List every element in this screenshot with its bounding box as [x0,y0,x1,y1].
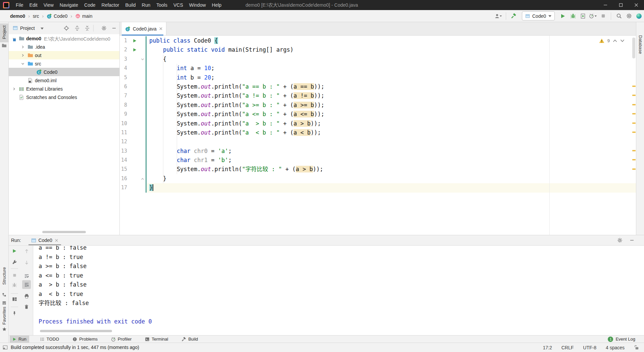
warning-stripe-mark[interactable] [632,168,636,170]
caret-position[interactable]: 17:2 [543,345,552,350]
code-line-14[interactable]: char chr1 = 'b'; [147,156,636,165]
print-icon[interactable] [23,293,30,299]
menu-file[interactable]: File [13,0,26,10]
event-log-button[interactable]: 1 Event Log [608,336,635,343]
line-ending[interactable]: CRLF [561,345,574,350]
stripe-tab-favorites[interactable]: Favorites [0,307,8,324]
down-stack-trace-icon[interactable] [23,259,30,265]
gradle-sphere-icon[interactable] [635,12,643,20]
chevron-down-icon[interactable] [21,62,28,66]
tool-window-toggle-icon[interactable] [3,345,8,350]
code-line-12[interactable] [147,137,636,146]
fold-open-icon[interactable] [141,57,145,61]
status-message[interactable]: Build completed successfully in 1 sec, 4… [11,343,139,352]
tree-item-scratches-and-consoles[interactable]: Scratches and Consoles [9,93,119,101]
warning-stripe-mark[interactable] [632,86,636,87]
project-horizontal-scrollbar[interactable] [42,231,86,233]
soft-wrap-icon[interactable] [23,273,30,279]
warning-stripe-mark[interactable] [632,122,636,124]
code-line-2[interactable]: public static void main(String[] args) [147,45,636,54]
profiler-button[interactable] [589,12,597,20]
build-hammer-icon[interactable] [510,12,518,20]
code-line-17[interactable]: } [147,183,636,192]
previous-warning-icon[interactable] [613,39,617,42]
stripe-tab-database[interactable]: Database [636,35,644,54]
tree-item-idea[interactable]: .idea [9,43,119,51]
toolwindow-profiler[interactable]: Profiler [108,336,134,343]
code-line-16[interactable]: } [147,174,636,183]
file-encoding[interactable]: UTF-8 [583,345,596,350]
run-tab-code0[interactable]: Code0 [29,235,61,245]
debug-button[interactable] [569,12,577,20]
code-line-1[interactable]: public class Code0 { [147,36,636,45]
next-warning-icon[interactable] [620,39,625,42]
toolwindow-terminal[interactable]: Terminal [142,336,171,343]
chevron-right-icon[interactable] [21,45,28,49]
search-everywhere-icon[interactable] [615,12,623,20]
run-configuration-select[interactable]: Code0 [522,11,555,20]
editor-scrollbar-thumb[interactable] [632,38,635,58]
code-line-6[interactable]: System.out.println("a == b : " + (a == b… [147,82,636,91]
toolwindow-todo[interactable]: TODO [37,336,62,343]
chevron-down-icon[interactable] [41,27,44,30]
toolwindow-run[interactable]: Run [10,336,29,343]
restart-debug-icon-disabled[interactable] [11,282,17,288]
warning-stripe-mark[interactable] [632,104,636,105]
clear-all-trash-icon[interactable] [23,304,30,310]
fold-close-icon[interactable] [141,177,145,181]
toolwindow-build[interactable]: Build [179,336,201,343]
tree-item-out[interactable]: out [9,51,119,59]
code-line-13[interactable]: char chr0 = 'a'; [147,147,636,156]
code-line-7[interactable]: System.out.println("a != b : " + (a != b… [147,91,636,100]
user-dropdown-icon[interactable] [494,12,502,20]
toolwindow-problems[interactable]: Problems [70,336,100,343]
code-line-5[interactable]: int b = 20; [147,73,636,82]
tree-item-demo0[interactable]: demo0E:\农大\Java\demoCode\demo0 [9,34,119,43]
close-tab-icon[interactable] [55,239,58,242]
hide-run-panel-icon[interactable] [629,238,635,243]
locate-file-icon[interactable] [64,26,69,31]
editor-tab-code0[interactable]: c Code0.java [122,22,166,35]
console-horizontal-scrollbar[interactable] [40,330,112,332]
stop-button-disabled[interactable] [11,272,17,278]
warning-stripe-mark[interactable] [632,132,636,133]
menu-help[interactable]: Help [209,0,225,10]
menu-refactor[interactable]: Refactor [99,0,122,10]
menu-navigate[interactable]: Navigate [57,0,81,10]
minimize-button[interactable] [598,0,613,10]
scroll-to-end-icon[interactable] [23,282,30,288]
breadcrumb-src[interactable]: src [33,13,39,19]
stripe-tab-project[interactable]: Project [0,26,8,39]
edit-configuration-wrench-icon[interactable] [11,259,17,265]
warning-stripe-mark[interactable] [632,159,636,160]
inspection-widget[interactable]: 9 [599,38,625,43]
settings-gear-icon[interactable] [625,12,633,20]
project-panel-title[interactable]: Project [20,26,35,31]
warning-stripe-mark[interactable] [632,113,636,114]
tree-item-external-libraries[interactable]: External Libraries [9,85,119,93]
code-line-9[interactable]: System.out.println("a <= b : " + (a <= b… [147,110,636,119]
run-button[interactable] [559,12,567,20]
run-settings-gear-icon[interactable] [617,238,623,243]
run-line-icon[interactable] [132,39,137,43]
expand-all-icon[interactable] [74,26,80,31]
panel-settings-gear-icon[interactable] [101,26,107,31]
breadcrumb-main[interactable]: mmain [75,13,92,19]
menu-edit[interactable]: Edit [26,0,41,10]
tree-item-demo0-iml[interactable]: demo0.iml [9,76,119,85]
maximize-button[interactable] [613,0,629,10]
menu-view[interactable]: View [41,0,57,10]
stop-button[interactable] [599,12,607,20]
breadcrumb-code0[interactable]: cCode0 [47,13,67,19]
warning-stripe-mark[interactable] [632,95,636,96]
chevron-right-icon[interactable] [12,87,19,91]
tree-item-code0[interactable]: cCode0 [9,68,119,76]
collapse-all-icon[interactable] [85,26,90,31]
code-line-4[interactable]: int a = 10; [147,64,636,73]
close-button[interactable] [629,0,644,10]
breadcrumb-demo0[interactable]: demo0 [10,13,25,19]
run-with-coverage-button[interactable] [579,12,587,20]
code-line-11[interactable]: System.out.println("a < b : " + (a < b))… [147,128,636,137]
up-stack-trace-icon[interactable] [23,248,30,254]
menu-vcs[interactable]: VCS [170,0,186,10]
